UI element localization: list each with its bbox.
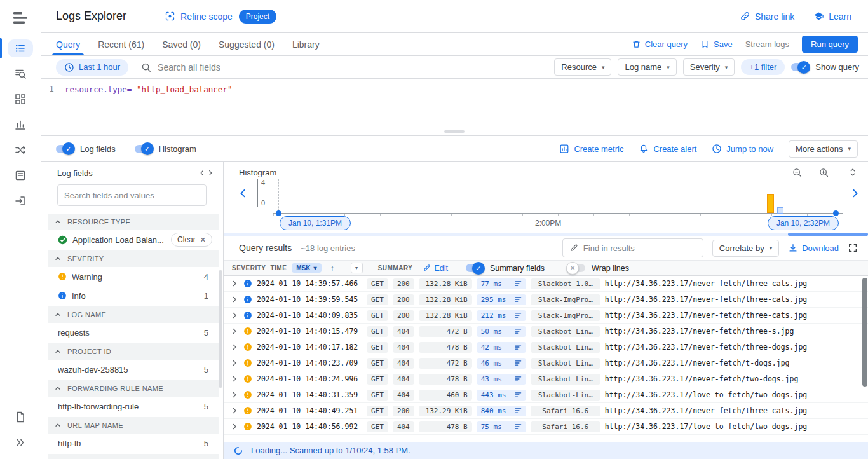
expand-row-icon[interactable] <box>230 406 239 415</box>
tab-suggested-0[interactable]: Suggested (0) <box>210 33 283 55</box>
severity-filter-dropdown[interactable]: Severity ▾ <box>683 58 735 76</box>
field-value-requests[interactable]: requests5 <box>48 323 219 342</box>
histogram-prev-button[interactable] <box>239 188 247 199</box>
response-size-chip[interactable]: 132.28 KiB <box>419 278 472 289</box>
response-size-chip[interactable]: 478 B <box>419 421 472 432</box>
method-chip[interactable]: GET <box>367 406 388 416</box>
expand-row-icon[interactable] <box>230 327 239 336</box>
expand-row-icon[interactable] <box>230 390 239 399</box>
run-query-button[interactable]: Run query <box>802 36 858 53</box>
log-fields-search-input[interactable] <box>64 191 200 200</box>
expand-row-icon[interactable] <box>230 279 239 288</box>
log-entry-row[interactable]: 2024-01-10 14:40:15.479GET404472 B50 msS… <box>224 324 868 339</box>
status-code-chip[interactable]: 404 <box>393 358 414 369</box>
time-range-button[interactable]: Last 1 hour <box>56 59 128 76</box>
log-entry-row[interactable]: 2024-01-10 14:40:17.182GET404478 B42 msS… <box>224 339 868 355</box>
log-entry-row[interactable]: 2024-01-10 14:40:24.996GET404478 B43 msS… <box>224 371 868 387</box>
field-value-wazuh-dev-258815[interactable]: wazuh-dev-2588155 <box>48 360 219 379</box>
clear-filter-chip[interactable]: Clear✕ <box>171 233 212 247</box>
expand-row-icon[interactable] <box>230 422 239 431</box>
status-code-chip[interactable]: 404 <box>393 390 414 401</box>
field-section-severity[interactable]: SEVERITY <box>48 250 219 267</box>
correlate-by-dropdown[interactable]: Correlate by ▾ <box>712 240 779 257</box>
response-size-chip[interactable]: 132.29 KiB <box>419 406 472 416</box>
log-entry-row[interactable]: 2024-01-10 14:40:49.251GET200132.29 KiB8… <box>224 403 868 419</box>
user-agent-chip[interactable]: Slack-ImgPro… <box>531 294 600 305</box>
method-chip[interactable]: GET <box>367 310 388 321</box>
user-agent-chip[interactable]: Slackbot-Lin… <box>531 390 600 401</box>
log-entry-row[interactable]: 2024-01-10 14:39:57.466GET200132.28 KiB7… <box>224 276 868 292</box>
expand-row-icon[interactable] <box>230 311 239 320</box>
jump-to-now-button[interactable]: Jump to now <box>712 144 773 154</box>
method-chip[interactable]: GET <box>367 342 388 353</box>
response-size-chip[interactable]: 460 B <box>419 390 472 401</box>
field-value-http-lb-forwarding-rule[interactable]: http-lb-forwarding-rule5 <box>48 397 219 416</box>
histogram-plot[interactable] <box>273 179 843 214</box>
response-size-chip[interactable]: 478 B <box>419 374 472 385</box>
create-metric-button[interactable]: Create metric <box>559 144 623 154</box>
editor-resize-handle[interactable] <box>444 130 465 133</box>
range-start-label[interactable]: Jan 10, 1:31PM <box>280 216 351 230</box>
zoom-in-icon[interactable] <box>818 167 829 178</box>
sort-ascending-icon[interactable]: ↑ <box>330 264 334 273</box>
tab-recent-61[interactable]: Recent (61) <box>89 33 153 55</box>
latency-chip[interactable]: 212 ms <box>477 310 526 321</box>
time-column-options[interactable]: ▾ <box>351 263 363 273</box>
field-section-log-name[interactable]: LOG NAME <box>48 306 219 323</box>
user-agent-chip[interactable]: Slackbot-Lin… <box>531 374 600 385</box>
histogram-toggle[interactable]: ✓ Histogram <box>135 144 196 154</box>
user-agent-chip[interactable]: Slack-ImgPro… <box>531 310 600 321</box>
user-agent-chip[interactable]: Slackbot 1.0… <box>531 278 600 289</box>
latency-chip[interactable]: 50 ms <box>477 326 526 337</box>
nav-logs-metrics[interactable] <box>0 112 41 137</box>
method-chip[interactable]: GET <box>367 421 388 432</box>
latency-chip[interactable]: 43 ms <box>477 374 526 385</box>
collapse-panel-icon[interactable] <box>198 169 214 177</box>
latency-chip[interactable]: 77 ms <box>477 278 526 289</box>
user-agent-chip[interactable]: Safari 16.6 <box>531 406 600 416</box>
search-all-fields-input[interactable] <box>158 62 548 72</box>
status-code-chip[interactable]: 404 <box>393 374 414 385</box>
latency-chip[interactable]: 443 ms <box>477 390 526 401</box>
method-chip[interactable]: GET <box>367 374 388 385</box>
method-chip[interactable]: GET <box>367 390 388 401</box>
field-section-url-map-name[interactable]: URL MAP NAME <box>48 417 219 434</box>
response-size-chip[interactable]: 478 B <box>419 342 472 353</box>
cloud-logging-logo[interactable] <box>0 0 41 36</box>
user-agent-chip[interactable]: Slackbot-Lin… <box>531 358 600 369</box>
log-entry-row[interactable]: 2024-01-10 14:40:31.359GET404460 B443 ms… <box>224 387 868 403</box>
latency-chip[interactable]: 295 ms <box>477 294 526 305</box>
latency-chip[interactable]: 42 ms <box>477 342 526 353</box>
histogram-brush-handle[interactable] <box>777 207 783 214</box>
share-link-button[interactable]: Share link <box>740 11 794 22</box>
field-section-forwarding-rule-name[interactable]: FORWARDING RULE NAME <box>48 380 219 397</box>
nav-log-export[interactable] <box>0 188 41 214</box>
user-agent-chip[interactable]: Slackbot-Lin… <box>531 326 600 337</box>
field-value-http-lb[interactable]: http-lb5 <box>48 434 219 453</box>
timezone-chip[interactable]: MSK ▾ <box>292 263 321 273</box>
find-in-results-input[interactable] <box>583 243 696 253</box>
expand-row-icon[interactable] <box>230 374 239 383</box>
field-section-project-id[interactable]: PROJECT ID <box>48 343 219 360</box>
tab-query[interactable]: Query <box>47 33 89 55</box>
field-section-resource-type[interactable]: RESOURCE TYPE <box>48 214 219 230</box>
more-actions-dropdown[interactable]: More actions ▾ <box>789 140 858 158</box>
method-chip[interactable]: GET <box>367 278 388 289</box>
learn-button[interactable]: Learn <box>813 11 851 22</box>
create-alert-button[interactable]: Create alert <box>639 144 696 154</box>
show-query-toggle[interactable]: ✓ Show query <box>791 62 859 72</box>
expand-row-icon[interactable] <box>230 359 239 367</box>
resource-filter-dropdown[interactable]: Resource ▾ <box>554 58 611 76</box>
latency-chip[interactable]: 75 ms <box>477 421 526 432</box>
log-entry-row[interactable]: 2024-01-10 14:40:09.835GET200132.28 KiB2… <box>224 308 868 324</box>
stream-logs-button[interactable]: Stream logs <box>745 39 789 49</box>
status-code-chip[interactable]: 200 <box>393 406 414 416</box>
refine-scope-button[interactable]: Refine scope <box>165 11 233 22</box>
field-value-info[interactable]: Info1 <box>48 286 219 305</box>
nav-release-notes[interactable] <box>0 404 41 430</box>
project-scope-badge[interactable]: Project <box>239 10 276 24</box>
latency-chip[interactable]: 840 ms <box>477 406 526 416</box>
log-entry-row[interactable]: 2024-01-10 14:40:56.992GET404478 B75 msS… <box>224 419 868 435</box>
nav-logs-router[interactable] <box>0 137 41 163</box>
user-agent-chip[interactable]: Slackbot-Lin… <box>531 342 600 353</box>
